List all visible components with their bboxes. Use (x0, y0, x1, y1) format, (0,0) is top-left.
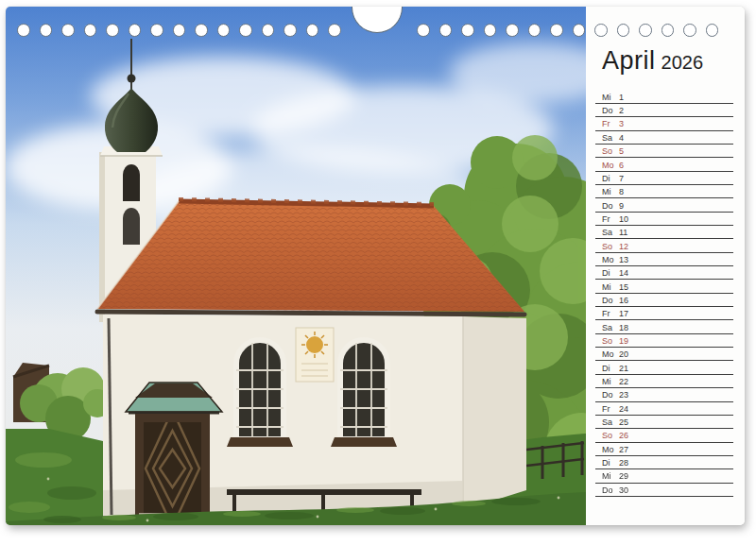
calendar-day-row: Do30 (595, 484, 733, 497)
binding-hole (306, 24, 319, 37)
day-number: 22 (619, 377, 628, 386)
weekday-label: Sa (602, 323, 612, 332)
calendar-day-row: Mi29 (595, 469, 733, 483)
weekday-label: Sa (602, 133, 612, 143)
weekday-label: Do (602, 106, 613, 115)
binding-hole (328, 24, 341, 37)
weekday-label: So (602, 336, 612, 346)
chapel-photo (6, 7, 586, 525)
calendar-day-row: Di28 (595, 456, 733, 469)
weekday-label: Di (602, 268, 610, 278)
day-number: 13 (619, 255, 628, 264)
chapel-photo-illustration (6, 7, 586, 525)
weekday-label: Mi (602, 377, 611, 386)
calendar-day-row: Mi1 (595, 91, 733, 104)
calendar-day-row: Mi22 (595, 375, 733, 388)
day-number: 7 (619, 174, 624, 183)
weekday-label: Sa (602, 417, 612, 427)
calendar-day-row: Fr17 (595, 307, 733, 320)
binding-hole (106, 24, 119, 37)
calendar-day-row: Mo20 (595, 348, 733, 361)
calendar-day-row: Sa18 (595, 320, 733, 333)
arched-window-right (331, 340, 397, 447)
window-sill (227, 437, 293, 447)
binding-hole (683, 24, 696, 37)
day-number: 12 (619, 242, 628, 251)
calendar-day-row: Di7 (595, 172, 733, 185)
day-number: 8 (619, 187, 624, 196)
binding-hole (594, 24, 608, 37)
day-number: 29 (619, 471, 628, 481)
weekday-label: Di (602, 458, 610, 468)
weekday-label: Do (602, 390, 613, 400)
weekday-label: So (602, 242, 612, 251)
arched-window-left (227, 340, 293, 447)
calendar-day-row: Fr24 (595, 402, 733, 416)
binding-hole (239, 24, 252, 37)
binding-hole (528, 24, 541, 37)
weekday-label: So (602, 431, 612, 440)
binding-hole (506, 24, 519, 37)
calendar-day-row: Mo6 (595, 158, 733, 171)
weekday-label: Mi (602, 187, 611, 196)
calendar-day-row: Mi8 (595, 185, 733, 198)
day-number: 11 (619, 228, 627, 237)
day-number: 19 (619, 336, 628, 346)
binding-hole (484, 24, 497, 37)
day-number: 23 (619, 390, 628, 400)
binding-hole (461, 24, 474, 37)
day-number: 20 (619, 349, 628, 359)
binding-hole (61, 24, 75, 37)
binding-hole (173, 24, 186, 37)
weekday-label: Mo (602, 349, 614, 359)
calendar-day-row: Sa25 (595, 416, 733, 429)
weekday-label: Mi (602, 93, 611, 102)
binding-hole (439, 24, 453, 37)
day-number: 24 (619, 404, 628, 414)
binding-hole (706, 24, 719, 37)
day-number: 16 (619, 296, 628, 305)
sundial (296, 328, 334, 382)
day-number: 10 (619, 214, 628, 224)
calendar-day-row: Mo13 (595, 253, 733, 266)
calendar-day-row: So19 (595, 334, 733, 348)
day-number: 17 (619, 309, 628, 318)
day-number: 18 (619, 323, 628, 332)
calendar-day-list: Mi1Do2Fr3Sa4So5Mo6Di7Mi8Do9Fr10Sa11So12M… (595, 91, 733, 497)
calendar-strip: April2026 Mi1Do2Fr3Sa4So5Mo6Di7Mi8Do9Fr1… (586, 7, 745, 525)
day-number: 21 (619, 364, 628, 373)
calendar-day-row: Sa4 (595, 131, 733, 145)
lower-arch (123, 208, 140, 245)
belfry-arch (123, 164, 140, 201)
month-label: April (602, 46, 656, 75)
day-number: 4 (619, 133, 624, 143)
binding-hole (573, 24, 586, 37)
weekday-label: Di (602, 364, 610, 373)
calendar-day-row: So26 (595, 429, 733, 442)
calendar-day-row: So12 (595, 239, 733, 252)
binding-hole (195, 24, 208, 37)
day-number: 26 (619, 431, 628, 440)
day-number: 3 (619, 119, 624, 128)
day-number: 6 (619, 161, 624, 170)
day-number: 1 (619, 93, 624, 102)
binding-hole (150, 24, 163, 37)
calendar-day-row: Do9 (595, 198, 733, 212)
calendar-day-row: Do16 (595, 294, 733, 307)
calendar-day-row: Sa11 (595, 226, 733, 239)
weekday-label: Sa (602, 228, 612, 237)
weekday-label: Mo (602, 161, 614, 170)
binding-hole (662, 24, 675, 37)
weekday-label: Fr (602, 309, 610, 318)
calendar-day-row: Do23 (595, 388, 733, 401)
window-sill (331, 437, 397, 447)
day-number: 9 (619, 201, 624, 211)
binding-hole (617, 24, 630, 37)
day-number: 28 (619, 458, 628, 468)
binding-hole (262, 24, 275, 37)
day-number: 5 (619, 146, 624, 156)
weekday-label: Do (602, 201, 613, 211)
side-wall (463, 316, 526, 510)
calendar-day-row: Mo27 (595, 443, 733, 456)
weekday-label: So (602, 146, 612, 156)
